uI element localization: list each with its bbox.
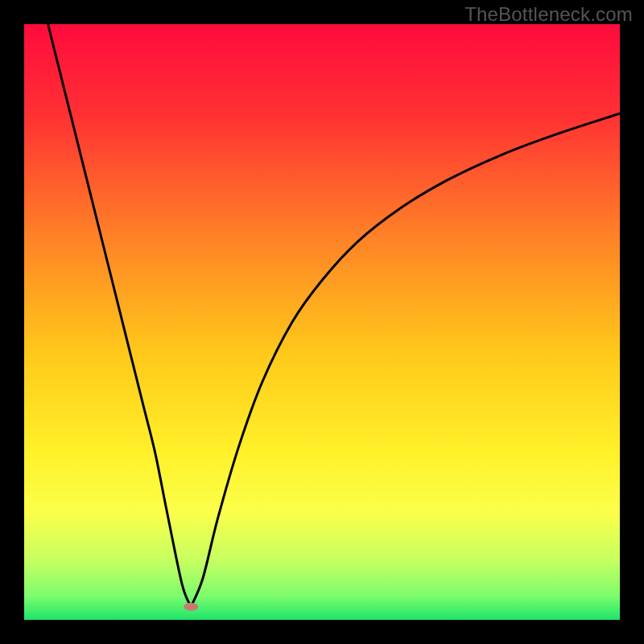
plot-area bbox=[24, 24, 620, 620]
chart-frame: TheBottleneck.com bbox=[0, 0, 644, 644]
minimum-marker bbox=[184, 603, 198, 611]
chart-background bbox=[24, 24, 620, 620]
watermark-text: TheBottleneck.com bbox=[464, 3, 633, 26]
chart-canvas bbox=[24, 24, 620, 620]
